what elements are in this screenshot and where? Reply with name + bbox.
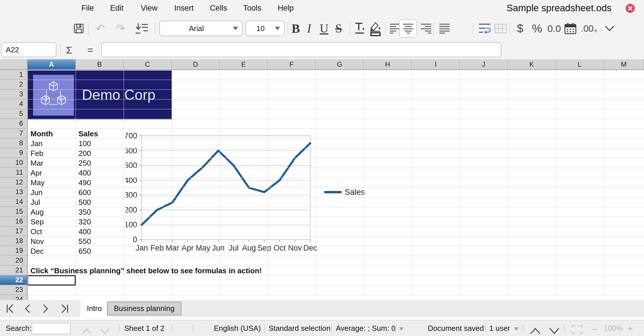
- date-format-button[interactable]: [564, 22, 577, 35]
- row-header-4[interactable]: 4: [0, 99, 28, 109]
- users-status[interactable]: 1 user: [489, 320, 510, 336]
- sheet-info[interactable]: Sheet 1 of 2: [124, 320, 164, 336]
- users-dropdown-icon[interactable]: [514, 327, 519, 331]
- search-input[interactable]: [32, 323, 71, 334]
- zoom-out-button[interactable]: –: [592, 320, 597, 336]
- row-header-22[interactable]: 22: [0, 275, 28, 285]
- language-status[interactable]: English (USA): [214, 320, 261, 336]
- column-header-D[interactable]: D: [172, 59, 220, 70]
- strikethrough-button[interactable]: S: [335, 22, 342, 35]
- menu-item-edit[interactable]: Edit: [110, 0, 124, 16]
- percent-format-button[interactable]: %: [532, 22, 542, 35]
- cell-A15[interactable]: Aug: [30, 208, 44, 217]
- row-header-6[interactable]: 6: [0, 119, 28, 129]
- row-header-12[interactable]: 12: [0, 177, 28, 187]
- merge-cells-button[interactable]: [494, 23, 507, 34]
- row-header-18[interactable]: 18: [0, 236, 28, 246]
- cell-B9[interactable]: 200: [78, 149, 91, 158]
- save-button[interactable]: [74, 23, 84, 34]
- sales-chart[interactable]: 0100200300400500600700JanFebMarAprMayJun…: [126, 133, 371, 255]
- column-header-E[interactable]: E: [220, 59, 268, 70]
- bold-button[interactable]: B: [292, 21, 300, 36]
- row-header-2[interactable]: 2: [0, 80, 28, 89]
- menu-item-view[interactable]: View: [141, 0, 158, 16]
- grid-corner[interactable]: [0, 59, 28, 70]
- sum-function-button[interactable]: Σ: [66, 41, 72, 59]
- scroll-up-button[interactable]: [530, 324, 541, 336]
- column-header-H[interactable]: H: [364, 59, 412, 70]
- column-header-L[interactable]: L: [556, 59, 604, 70]
- row-header-15[interactable]: 15: [0, 207, 28, 217]
- row-header-9[interactable]: 9: [0, 148, 28, 158]
- close-button[interactable]: [626, 4, 635, 13]
- scroll-down-button[interactable]: [549, 324, 560, 336]
- row-header-19[interactable]: 19: [0, 246, 28, 256]
- selection-mode-status[interactable]: Standard selection: [269, 320, 330, 336]
- row-header-10[interactable]: 10: [0, 158, 28, 168]
- zoom-in-button[interactable]: +: [627, 320, 633, 336]
- redo-button[interactable]: ↷: [116, 22, 125, 35]
- search-previous-button[interactable]: [81, 324, 92, 336]
- wrap-text-button[interactable]: [478, 22, 492, 35]
- row-header-8[interactable]: 8: [0, 138, 28, 148]
- align-center-button[interactable]: [399, 19, 417, 38]
- sheet-message[interactable]: Click “Business planning” sheet below to…: [30, 266, 262, 275]
- highlight-color-button[interactable]: [369, 20, 382, 37]
- search-next-button[interactable]: [99, 324, 110, 336]
- justify-button[interactable]: [438, 23, 450, 34]
- column-header-G[interactable]: G: [316, 59, 364, 70]
- row-header-3[interactable]: 3: [0, 89, 28, 99]
- row-header-24[interactable]: 24: [0, 295, 28, 300]
- cell-B8[interactable]: 100: [78, 139, 91, 148]
- cell-B14[interactable]: 500: [78, 198, 91, 207]
- row-header-7[interactable]: 7: [0, 129, 28, 138]
- cell-B16[interactable]: 320: [78, 217, 91, 226]
- cell-A14[interactable]: Jul: [30, 198, 40, 207]
- first-sheet-button[interactable]: [6, 304, 14, 315]
- cell-A9[interactable]: Feb: [30, 149, 43, 158]
- aggregate-dropdown-icon[interactable]: [399, 327, 404, 331]
- zoom-level[interactable]: 100%: [604, 320, 623, 336]
- tab-business-planning[interactable]: Business planning: [107, 302, 181, 315]
- cell-B12[interactable]: 490: [78, 178, 91, 187]
- cell-B15[interactable]: 350: [78, 208, 91, 217]
- cell-A10[interactable]: Mar: [30, 159, 43, 168]
- cell-B19[interactable]: 650: [78, 247, 91, 256]
- formula-function-button[interactable]: =: [87, 41, 93, 59]
- last-sheet-button[interactable]: [60, 304, 69, 315]
- menu-item-cells[interactable]: Cells: [210, 0, 227, 16]
- row-header-20[interactable]: 20: [0, 256, 28, 266]
- aggregate-status[interactable]: Average: ; Sum: 0: [336, 320, 396, 336]
- row-header-21[interactable]: 21: [0, 266, 28, 275]
- next-sheet-button[interactable]: [42, 304, 49, 315]
- font-size-select[interactable]: 10: [246, 21, 285, 36]
- column-header-K[interactable]: K: [508, 59, 556, 70]
- column-header-M[interactable]: M: [604, 59, 644, 70]
- cell-A13[interactable]: Jun: [30, 188, 43, 197]
- column-header-F[interactable]: F: [268, 59, 316, 70]
- row-header-13[interactable]: 13: [0, 187, 28, 197]
- cell-B11[interactable]: 400: [78, 169, 91, 177]
- cell-A19[interactable]: Dec: [30, 247, 44, 256]
- cell-A18[interactable]: Nov: [30, 237, 44, 246]
- currency-format-button[interactable]: $: [517, 22, 523, 35]
- cell-reference-box[interactable]: A22: [1, 42, 56, 57]
- menu-item-help[interactable]: Help: [278, 0, 294, 16]
- spreadsheet-grid[interactable]: Demo Corp 0100200300400500600700JanFebMa…: [0, 59, 644, 300]
- cell-A7[interactable]: Month: [30, 129, 53, 138]
- menu-item-tools[interactable]: Tools: [243, 0, 261, 16]
- cell-A11[interactable]: Apr: [30, 169, 42, 177]
- column-header-B[interactable]: B: [76, 59, 124, 70]
- previous-sheet-button[interactable]: [24, 304, 31, 315]
- cell-B10[interactable]: 250: [78, 159, 91, 168]
- row-header-17[interactable]: 17: [0, 226, 28, 236]
- row-header-11[interactable]: 11: [0, 168, 28, 177]
- cell-B13[interactable]: 600: [78, 188, 91, 197]
- number-format-button[interactable]: 0.0: [547, 23, 561, 34]
- add-decimal-button[interactable]: .00+: [581, 22, 598, 35]
- cell-B17[interactable]: 400: [78, 227, 91, 236]
- format-paragraph-button[interactable]: [135, 22, 149, 35]
- row-header-23[interactable]: 23: [0, 285, 28, 295]
- column-header-A[interactable]: A: [28, 59, 76, 70]
- cell-A17[interactable]: Oct: [30, 227, 42, 236]
